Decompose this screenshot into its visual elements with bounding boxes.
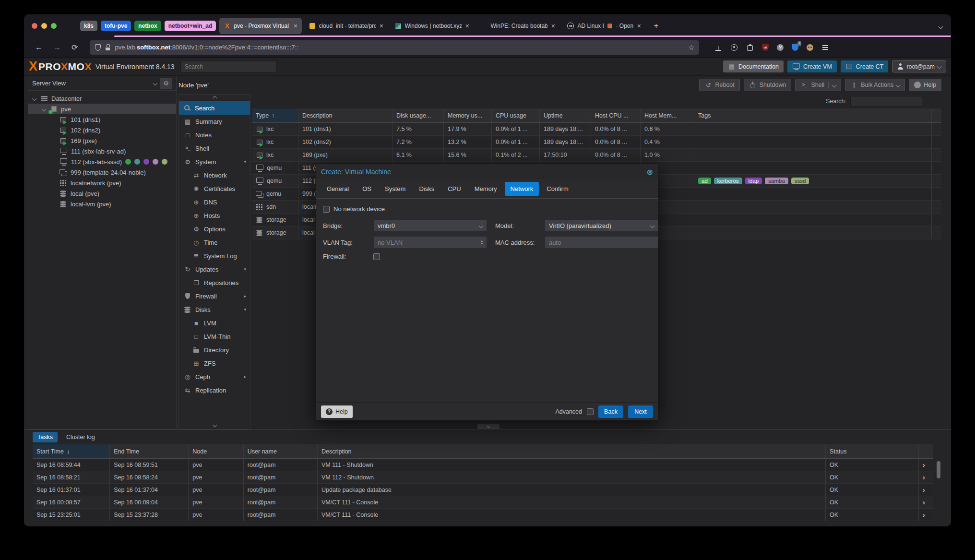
expand-cell[interactable]: › [919,459,933,471]
tab-group-netbox[interactable]: netbox [134,21,161,31]
account-icon[interactable] [730,44,738,51]
tampermonkey-icon[interactable] [807,44,813,51]
expand-cell[interactable]: › [919,471,933,483]
tree-caret-icon[interactable] [41,107,47,111]
mac-address-input[interactable]: auto [545,236,658,249]
chevron-right-icon[interactable]: › [923,461,925,469]
nav-item-shell[interactable]: >_Shell [179,142,250,155]
nav-item-replication[interactable]: ⇆Replication [179,383,250,397]
scroll-up-hint[interactable] [179,95,250,101]
nav-item-disks[interactable]: Disks▾ [179,303,250,316]
back-button[interactable]: Back [598,405,623,418]
downloads-icon[interactable] [714,44,722,51]
column-header-start-time[interactable]: Start Time↓ [33,444,110,458]
advanced-checkbox[interactable] [587,408,594,415]
chevron-right-icon[interactable]: › [923,486,925,494]
nav-item-notes[interactable]: □Notes [179,128,250,142]
nav-item-ceph[interactable]: ◎Ceph▸ [179,370,250,383]
table-search-input[interactable] [850,96,922,107]
minimize-window-button[interactable] [41,23,47,29]
column-header-host-cpu-[interactable]: Host CPU ... [591,108,641,122]
url-bar[interactable]: pve.lab.softbox.net:8006/#v1:0:=node%2Fp… [90,40,699,55]
dialog-tab-memory[interactable]: Memory [469,182,503,196]
nav-item-hosts[interactable]: ⊕Hosts [179,209,250,222]
user-menu-button[interactable]: root@pam [892,60,946,72]
tree-item-112[interactable]: 112 (sbx-lab-sssd) [28,156,176,167]
nav-item-certificates[interactable]: ✺Certificates [179,182,250,195]
dialog-tab-system[interactable]: System [379,182,411,196]
close-tab-icon[interactable]: ✕ [637,23,641,29]
close-tab-icon[interactable]: ✕ [551,23,555,29]
tasks-tab-cluster-log[interactable]: Cluster log [61,432,100,442]
column-header-tags[interactable]: Tags [694,108,932,122]
column-header-cpu-usage[interactable]: CPU usage [492,108,540,122]
spinner-icons[interactable]: ▴▾ [481,239,483,245]
column-header-node[interactable]: Node [189,444,243,458]
column-header-host-mem-[interactable]: Host Mem... [641,108,694,122]
task-row[interactable]: Sep 16 01:37:01Sep 16 01:37:04pveroot@pa… [33,484,933,496]
table-row[interactable]: lxc169 (pxe)6.1 %15.6 %0.1% of 2 ...17:5… [252,149,941,162]
password-manager-icon[interactable]: 4 [792,44,798,51]
close-tab-icon[interactable]: ✕ [379,23,383,29]
tab-cloudinit[interactable]: cloud_init - telmate/proxmox - C✕ [305,18,388,34]
ublock-icon[interactable]: uB [762,44,769,51]
tree-item-localnetwork[interactable]: localnetwork (pve) [28,178,176,188]
bookmark-star-icon[interactable]: ☆ [689,44,695,51]
tab-overflow-chevron-icon[interactable] [939,22,942,30]
model-select[interactable]: VirtIO (paravirtualized) [545,219,658,232]
tab-group-netboot+win_ad[interactable]: netboot+win_ad [165,21,216,31]
nav-item-dns[interactable]: ⊕DNS [179,195,250,209]
nav-item-firewall[interactable]: Firewall▸ [179,289,250,303]
create-ct-button[interactable]: Create CT [841,60,889,72]
nav-item-summary[interactable]: ▤Summary [179,115,250,128]
chevron-right-icon[interactable]: › [923,474,925,481]
close-window-button[interactable] [32,23,37,29]
create-vm-button[interactable]: Create VM [787,60,837,72]
tree-item-169[interactable]: 169 (pxe) [28,135,176,146]
bulk-actions-button[interactable]: Bulk Actions [845,79,905,91]
nav-item-options[interactable]: ⚙Options [179,222,250,236]
close-tab-icon[interactable]: ✕ [293,23,297,29]
tree-item-999[interactable]: 999 (template-24.04-noble) [28,167,176,178]
tree-item-101[interactable]: 101 (dns1) [28,114,176,125]
nav-item-repositories[interactable]: ❐Repositories [179,276,250,289]
column-header-status[interactable]: Status [826,444,919,458]
column-header-end-time[interactable]: End Time [110,444,189,458]
task-row[interactable]: Sep 16 08:58:21Sep 16 08:58:24pveroot@pa… [33,471,933,484]
tab-group-tofu-pve[interactable]: tofu-pve [101,21,131,31]
panel-splitter-handle[interactable] [477,424,499,429]
tree-caret-icon[interactable] [31,97,37,100]
nav-item-updates[interactable]: ↻Updates▾ [179,262,250,276]
column-header-description[interactable]: Description [298,108,392,122]
nav-item-network[interactable]: ⇄Network [179,168,250,182]
nav-item-time[interactable]: ◷Time [179,236,250,249]
menu-icon[interactable] [821,44,829,51]
zoom-window-button[interactable] [51,23,57,29]
tree-item-Datacenter[interactable]: Datacenter [28,93,176,104]
tasks-tab-tasks[interactable]: Tasks [33,432,58,442]
lock-icon[interactable] [105,44,111,51]
column-header-description[interactable]: Description [318,444,826,458]
expand-cell[interactable]: › [919,496,933,508]
scroll-down-hint[interactable] [179,421,250,428]
dialog-tab-network[interactable]: Network [505,182,539,196]
help-button[interactable]: Help [909,79,941,91]
nav-item-system-log[interactable]: ≣System Log [179,249,250,262]
no-network-device-checkbox[interactable] [323,206,330,213]
task-row[interactable]: Sep 16 00:08:57Sep 16 00:09:04pveroot@pa… [33,496,933,509]
shell-button[interactable]: >_Shell [795,79,841,91]
column-header-user-name[interactable]: User name [244,444,318,458]
nav-item-search[interactable]: Search [179,101,250,115]
nav-item-system[interactable]: ⚙System▾ [179,155,250,168]
bridge-select[interactable]: vmbr0 [373,219,487,232]
expand-cell[interactable]: › [919,509,933,521]
tab-winpe[interactable]: WinPE: Create bootable media |✕ [477,18,559,34]
nav-item-zfs[interactable]: ⊞ZFS [179,357,250,370]
dialog-tab-disks[interactable]: Disks [413,182,440,196]
column-header-disk-usage-[interactable]: Disk usage... [392,108,444,122]
forward-icon[interactable]: → [48,43,66,52]
dialog-tab-confirm[interactable]: Confirm [541,182,574,196]
column-header-uptime[interactable]: Uptime [540,108,591,122]
task-row[interactable]: Sep 15 23:25:01Sep 15 23:37:28pveroot@pa… [33,509,933,521]
help-button[interactable]: ? Help [321,405,353,418]
